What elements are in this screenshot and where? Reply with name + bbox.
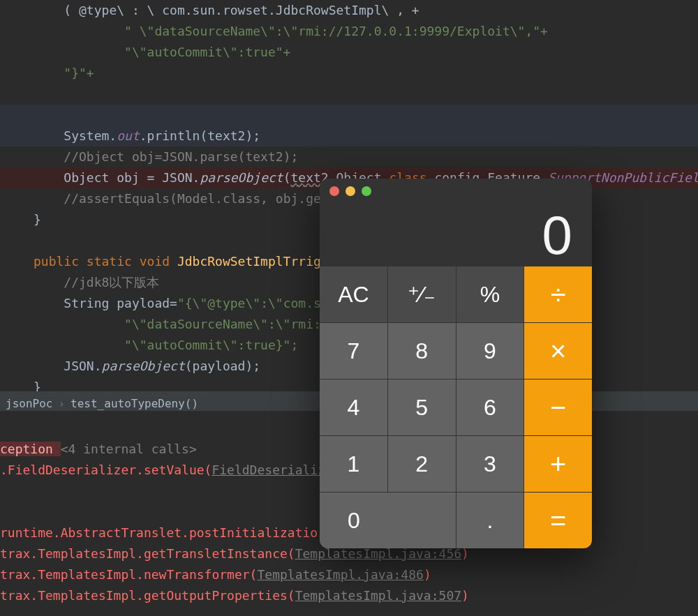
plus-button[interactable]: + <box>524 436 592 492</box>
divide-button[interactable]: ÷ <box>524 266 592 322</box>
code-line: "}"+ <box>0 63 698 84</box>
calculator-window[interactable]: 0 AC ⁺∕₋ % ÷ 7 8 9 × 4 5 6 − 1 2 3 + 0 .… <box>320 179 592 548</box>
ac-button[interactable]: AC <box>320 266 387 322</box>
digit-0-button[interactable]: 0 <box>320 493 456 548</box>
calculator-titlebar[interactable] <box>320 179 592 204</box>
code-line: System.out.println(text2); <box>0 126 698 147</box>
digit-9-button[interactable]: 9 <box>456 323 524 379</box>
digit-5-button[interactable]: 5 <box>388 380 456 435</box>
minimize-icon[interactable] <box>346 186 355 196</box>
multiply-button[interactable]: × <box>524 323 592 379</box>
breadcrumb-item[interactable]: jsonPoc <box>6 397 52 410</box>
digit-6-button[interactable]: 6 <box>456 380 524 435</box>
minus-button[interactable]: − <box>524 380 592 435</box>
digit-3-button[interactable]: 3 <box>456 436 524 492</box>
calculator-keypad: AC ⁺∕₋ % ÷ 7 8 9 × 4 5 6 − 1 2 3 + 0 . = <box>320 266 592 548</box>
digit-8-button[interactable]: 8 <box>388 323 456 379</box>
maximize-icon[interactable] <box>362 186 371 196</box>
percent-button[interactable]: % <box>456 266 524 322</box>
console-line: trax.TemplatesImpl.newTransformer(Templa… <box>0 564 698 585</box>
breadcrumb-separator: › <box>58 397 65 410</box>
sign-button[interactable]: ⁺∕₋ <box>388 266 456 322</box>
digit-7-button[interactable]: 7 <box>320 323 387 379</box>
code-line <box>0 84 698 105</box>
equals-button[interactable]: = <box>524 493 592 548</box>
digit-1-button[interactable]: 1 <box>320 436 387 492</box>
decimal-button[interactable]: . <box>456 493 524 548</box>
breadcrumb-item[interactable]: test_autoTypeDeny() <box>70 397 198 410</box>
calculator-display: 0 <box>320 204 592 266</box>
digit-4-button[interactable]: 4 <box>320 380 387 435</box>
close-icon[interactable] <box>329 186 339 196</box>
console-line: trax.TemplatesImpl.getOutputProperties(T… <box>0 585 698 606</box>
code-line: ( @type\ : \ com.sun.rowset.JdbcRowSetIm… <box>0 0 698 21</box>
code-line: "\"autoCommit\":true"+ <box>0 42 698 63</box>
code-line <box>0 105 698 126</box>
code-line: " \"dataSourceName\":\"rmi://127.0.0.1:9… <box>0 21 698 42</box>
code-line: //Object obj=JSON.parse(text2); <box>0 147 698 167</box>
digit-2-button[interactable]: 2 <box>388 436 456 492</box>
